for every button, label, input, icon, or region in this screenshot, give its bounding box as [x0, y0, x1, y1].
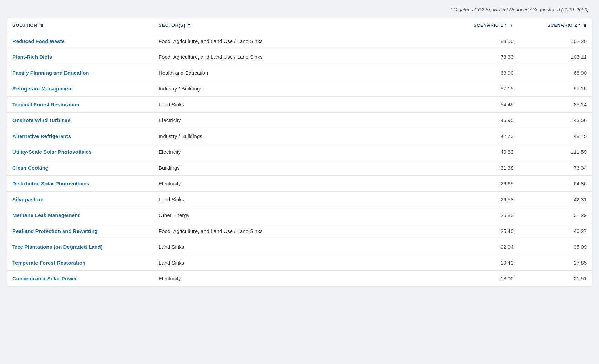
- col-header-solution[interactable]: SOLUTION ⇅: [7, 18, 153, 33]
- cell-solution[interactable]: Alternative Refrigerants: [7, 128, 153, 144]
- cell-scenario2: 68.90: [519, 65, 592, 81]
- table-row: Family Planning and EducationHealth and …: [7, 65, 592, 81]
- table-row: Plant-Rich DietsFood, Agriculture, and L…: [7, 49, 592, 65]
- cell-solution[interactable]: Silvopasture: [7, 192, 153, 207]
- cell-solution[interactable]: Peatland Protection and Rewetting: [7, 223, 153, 239]
- cell-sectors: Food, Agriculture, and Land Use / Land S…: [153, 49, 446, 65]
- table-row: Refrigerant ManagementIndustry / Buildin…: [7, 81, 592, 97]
- cell-scenario1: 25.40: [446, 223, 519, 239]
- subtitle: * Gigatons CO2 Equivalent Reduced / Sequ…: [7, 7, 592, 12]
- cell-scenario1: 25.83: [446, 207, 519, 223]
- cell-scenario2: 40.27: [519, 223, 592, 239]
- sort-icon-scenario2: ⇅: [583, 23, 587, 28]
- cell-scenario1: 22.04: [446, 239, 519, 255]
- table-row: Tropical Forest RestorationLand Sinks54.…: [7, 97, 592, 113]
- cell-scenario1: 68.90: [446, 65, 519, 81]
- cell-scenario1: 46.95: [446, 113, 519, 128]
- table-row: Temperate Forest RestorationLand Sinks19…: [7, 255, 592, 271]
- cell-scenario2: 27.85: [519, 255, 592, 271]
- sort-icon-sectors: ⇅: [188, 23, 191, 28]
- cell-solution[interactable]: Onshore Wind Turbines: [7, 113, 153, 128]
- table-row: Reduced Food WasteFood, Agriculture, and…: [7, 33, 592, 49]
- col-label-scenario1: SCENARIO 1 *: [474, 23, 507, 28]
- table-header: SOLUTION ⇅ SECTOR(S) ⇅ SCENARIO 1 * ▼ SC…: [7, 18, 592, 33]
- cell-sectors: Land Sinks: [153, 192, 446, 207]
- cell-solution[interactable]: Distributed Solar Photovoltaics: [7, 176, 153, 192]
- cell-solution[interactable]: Temperate Forest Restoration: [7, 255, 153, 271]
- cell-scenario1: 57.15: [446, 81, 519, 97]
- cell-scenario2: 48.75: [519, 128, 592, 144]
- cell-sectors: Land Sinks: [153, 239, 446, 255]
- cell-scenario2: 85.14: [519, 97, 592, 113]
- table-row: Tree Plantations (on Degraded Land)Land …: [7, 239, 592, 255]
- cell-scenario1: 19.42: [446, 255, 519, 271]
- col-header-scenario2[interactable]: SCENARIO 2 * ⇅: [519, 18, 592, 33]
- cell-scenario1: 26.65: [446, 176, 519, 192]
- cell-sectors: Industry / Buildings: [153, 81, 446, 97]
- table-row: SilvopastureLand Sinks26.5842.31: [7, 192, 592, 207]
- cell-solution[interactable]: Methane Leak Management: [7, 207, 153, 223]
- col-label-scenario2: SCENARIO 2 *: [547, 23, 580, 28]
- cell-sectors: Land Sinks: [153, 97, 446, 113]
- table-row: Clean CookingBuildings31.3876.34: [7, 160, 592, 176]
- cell-scenario2: 111.59: [519, 144, 592, 160]
- cell-sectors: Other Energy: [153, 207, 446, 223]
- cell-scenario1: 54.45: [446, 97, 519, 113]
- table-row: Onshore Wind TurbinesElectricity46.95143…: [7, 113, 592, 128]
- cell-sectors: Electricity: [153, 176, 446, 192]
- cell-scenario1: 88.50: [446, 33, 519, 49]
- col-header-scenario1[interactable]: SCENARIO 1 * ▼: [446, 18, 519, 33]
- cell-solution[interactable]: Tropical Forest Restoration: [7, 97, 153, 113]
- cell-scenario1: 40.83: [446, 144, 519, 160]
- cell-scenario2: 103.11: [519, 49, 592, 65]
- cell-solution[interactable]: Clean Cooking: [7, 160, 153, 176]
- cell-scenario2: 143.56: [519, 113, 592, 128]
- header-row: SOLUTION ⇅ SECTOR(S) ⇅ SCENARIO 1 * ▼ SC…: [7, 18, 592, 33]
- cell-solution[interactable]: Refrigerant Management: [7, 81, 153, 97]
- cell-sectors: Buildings: [153, 160, 446, 176]
- table-body: Reduced Food WasteFood, Agriculture, and…: [7, 33, 592, 286]
- table-row: Methane Leak ManagementOther Energy25.83…: [7, 207, 592, 223]
- cell-sectors: Industry / Buildings: [153, 128, 446, 144]
- cell-sectors: Food, Agriculture, and Land Use / Land S…: [153, 223, 446, 239]
- solutions-table: SOLUTION ⇅ SECTOR(S) ⇅ SCENARIO 1 * ▼ SC…: [7, 18, 592, 286]
- table-row: Peatland Protection and RewettingFood, A…: [7, 223, 592, 239]
- cell-sectors: Electricity: [153, 271, 446, 287]
- cell-solution[interactable]: Plant-Rich Diets: [7, 49, 153, 65]
- cell-solution[interactable]: Concentrated Solar Power: [7, 271, 153, 287]
- table-row: Concentrated Solar PowerElectricity18.00…: [7, 271, 592, 287]
- cell-scenario2: 21.51: [519, 271, 592, 287]
- cell-scenario1: 18.00: [446, 271, 519, 287]
- cell-scenario2: 35.09: [519, 239, 592, 255]
- col-header-sectors[interactable]: SECTOR(S) ⇅: [153, 18, 446, 33]
- cell-sectors: Health and Education: [153, 65, 446, 81]
- table-row: Utility-Scale Solar PhotovoltaicsElectri…: [7, 144, 592, 160]
- table-row: Distributed Solar PhotovoltaicsElectrici…: [7, 176, 592, 192]
- col-label-sectors: SECTOR(S): [159, 23, 185, 28]
- cell-scenario1: 31.38: [446, 160, 519, 176]
- cell-scenario2: 42.31: [519, 192, 592, 207]
- cell-solution[interactable]: Utility-Scale Solar Photovoltaics: [7, 144, 153, 160]
- cell-sectors: Electricity: [153, 113, 446, 128]
- col-label-solution: SOLUTION: [12, 23, 37, 28]
- cell-scenario2: 64.86: [519, 176, 592, 192]
- cell-scenario2: 57.15: [519, 81, 592, 97]
- sort-icon-solution: ⇅: [40, 23, 44, 28]
- table-row: Alternative RefrigerantsIndustry / Build…: [7, 128, 592, 144]
- cell-scenario2: 31.29: [519, 207, 592, 223]
- cell-solution[interactable]: Tree Plantations (on Degraded Land): [7, 239, 153, 255]
- cell-scenario2: 102.20: [519, 33, 592, 49]
- cell-solution[interactable]: Family Planning and Education: [7, 65, 153, 81]
- cell-sectors: Land Sinks: [153, 255, 446, 271]
- cell-scenario1: 42.73: [446, 128, 519, 144]
- cell-sectors: Electricity: [153, 144, 446, 160]
- cell-scenario2: 76.34: [519, 160, 592, 176]
- sort-icon-scenario1: ▼: [509, 23, 514, 28]
- cell-solution[interactable]: Reduced Food Waste: [7, 33, 153, 49]
- cell-sectors: Food, Agriculture, and Land Use / Land S…: [153, 33, 446, 49]
- cell-scenario1: 26.58: [446, 192, 519, 207]
- cell-scenario1: 78.33: [446, 49, 519, 65]
